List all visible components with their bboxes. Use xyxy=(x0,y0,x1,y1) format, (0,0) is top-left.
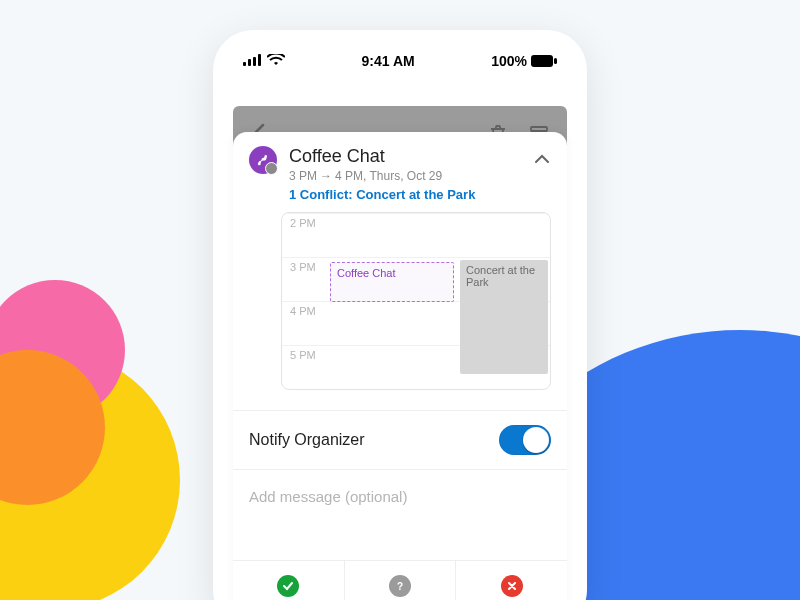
svg-rect-5 xyxy=(554,58,557,64)
status-time: 9:41 AM xyxy=(362,53,415,69)
phone-frame: 9:41 AM 100% xyxy=(213,30,587,600)
conflict-link[interactable]: 1 Conflict: Concert at the Park xyxy=(289,187,551,202)
svg-rect-3 xyxy=(258,54,261,66)
event-time: 3 PM→4 PM, Thurs, Oct 29 xyxy=(289,169,551,183)
cal-hour-row: 2 PM xyxy=(282,213,550,257)
notify-organizer-row: Notify Organizer xyxy=(233,410,567,470)
event-invite-card: Coffee Chat 3 PM→4 PM, Thurs, Oct 29 1 C… xyxy=(233,132,567,600)
battery-icon xyxy=(531,55,557,67)
question-icon: ? xyxy=(389,575,411,597)
svg-text:?: ? xyxy=(397,581,403,592)
svg-rect-0 xyxy=(243,62,246,66)
svg-rect-4 xyxy=(531,55,553,67)
status-bar: 9:41 AM 100% xyxy=(213,42,587,80)
signal-icon xyxy=(243,53,263,69)
decline-button[interactable]: Decline xyxy=(456,561,567,600)
x-icon xyxy=(501,575,523,597)
cal-event-conflict[interactable]: Concert at the Park xyxy=(460,260,548,374)
svg-point-10 xyxy=(265,155,267,157)
cal-event-proposed[interactable]: Coffee Chat xyxy=(330,262,454,302)
accept-button[interactable]: Accept xyxy=(233,561,345,600)
calendar-category-icon xyxy=(249,146,277,174)
collapse-chevron-icon[interactable] xyxy=(533,150,551,168)
svg-rect-1 xyxy=(248,59,251,66)
card-header: Coffee Chat 3 PM→4 PM, Thurs, Oct 29 1 C… xyxy=(233,132,567,212)
calendar-preview: 2 PM 3 PM 4 PM 5 PM Coffee Chat Concert … xyxy=(281,212,551,390)
event-title: Coffee Chat xyxy=(289,146,551,167)
status-left xyxy=(243,53,285,69)
check-icon xyxy=(277,575,299,597)
message-input[interactable] xyxy=(233,470,567,523)
svg-rect-9 xyxy=(531,127,547,131)
notify-organizer-toggle[interactable] xyxy=(499,425,551,455)
status-right: 100% xyxy=(491,53,557,69)
svg-rect-2 xyxy=(253,57,256,66)
battery-percent: 100% xyxy=(491,53,527,69)
notify-organizer-label: Notify Organizer xyxy=(249,431,365,449)
tentative-button[interactable]: ? Tentative xyxy=(345,561,457,600)
rsvp-actions: Accept ? Tentative Decline xyxy=(233,560,567,600)
wifi-icon xyxy=(267,53,285,69)
